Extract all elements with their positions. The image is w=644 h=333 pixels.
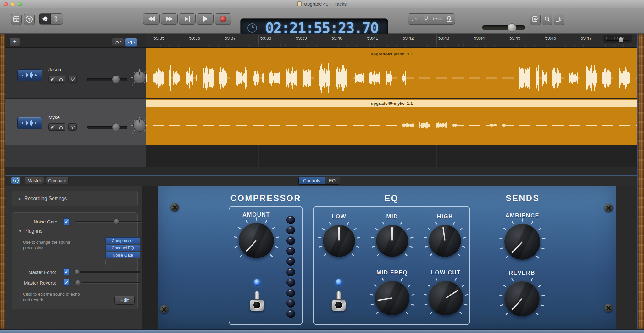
tab-controls[interactable]: Controls bbox=[299, 177, 325, 184]
track-name[interactable]: Myke bbox=[48, 115, 60, 120]
track-header-myke[interactable]: Myke L R bbox=[5, 99, 146, 145]
zoom-window-button[interactable] bbox=[18, 2, 22, 6]
grid-line bbox=[436, 145, 437, 167]
timeline-ruler[interactable]: 59:3559:3659:3759:3859:3959:4059:4159:42… bbox=[146, 34, 637, 48]
mid-knob[interactable] bbox=[376, 225, 408, 257]
track-volume-thumb[interactable] bbox=[112, 123, 120, 131]
plugin-empty-slot[interactable] bbox=[105, 259, 140, 265]
go-to-end-button[interactable] bbox=[179, 13, 196, 25]
ambience-knob[interactable] bbox=[504, 224, 540, 260]
solo-button[interactable] bbox=[57, 123, 65, 131]
rewind-button[interactable] bbox=[143, 13, 160, 25]
track-volume-slider[interactable] bbox=[87, 78, 127, 81]
recording-settings-box[interactable]: ▶ Recording Settings bbox=[12, 191, 138, 206]
minimize-window-button[interactable] bbox=[11, 2, 15, 6]
cycle-button[interactable] bbox=[408, 14, 420, 24]
tuning-fork-icon bbox=[423, 15, 429, 22]
mute-button[interactable] bbox=[48, 123, 57, 131]
tab-eq[interactable]: EQ bbox=[325, 177, 340, 184]
record-icon bbox=[220, 16, 226, 22]
ruler-label: 59:45 bbox=[509, 36, 520, 41]
grid-line bbox=[152, 145, 152, 167]
panel-resize-band bbox=[5, 167, 637, 175]
forward-button[interactable] bbox=[161, 13, 178, 25]
noise-gate-slider[interactable] bbox=[75, 221, 143, 222]
mid-freq-pointer bbox=[377, 297, 392, 301]
ambience-pointer bbox=[511, 241, 523, 254]
ruler-label: 59:47 bbox=[580, 36, 591, 41]
quick-help-button[interactable]: ? bbox=[24, 14, 35, 25]
smart-controls-button[interactable] bbox=[39, 14, 51, 24]
loop-browser-button[interactable] bbox=[542, 14, 552, 25]
automation-button[interactable] bbox=[112, 38, 124, 47]
master-volume-slider[interactable] bbox=[482, 25, 525, 30]
track-volume-slider[interactable] bbox=[87, 126, 127, 129]
zoom-slider[interactable] bbox=[603, 35, 632, 43]
plugin-noise-gate[interactable]: Noise Gate bbox=[105, 252, 140, 258]
pan-knob[interactable] bbox=[133, 119, 146, 132]
master-reverb-slider[interactable] bbox=[74, 282, 140, 283]
track-volume-thumb[interactable] bbox=[112, 75, 120, 83]
solo-button[interactable] bbox=[57, 76, 65, 83]
reverb-knob[interactable] bbox=[504, 281, 540, 316]
audio-region-jason[interactable]: upgrade49-jason_1.1 bbox=[146, 48, 637, 98]
pan-knob[interactable] bbox=[133, 71, 146, 84]
record-button[interactable] bbox=[215, 13, 231, 25]
amount-label: AMOUNT bbox=[242, 212, 270, 218]
low-cut-knob[interactable] bbox=[429, 281, 463, 315]
session-toggles-group: 1234 bbox=[408, 13, 455, 25]
plugins-box: Noise Gate: ✓ ▼ Plug-ins Use to change t… bbox=[12, 212, 138, 309]
master-echo-slider-thumb[interactable] bbox=[74, 269, 80, 275]
master-reverb-slider-thumb[interactable] bbox=[75, 280, 81, 285]
close-window-button[interactable] bbox=[4, 2, 8, 6]
add-track-button[interactable]: + bbox=[9, 38, 20, 46]
track-name[interactable]: Jason bbox=[48, 67, 61, 72]
master-button[interactable]: Master bbox=[25, 177, 44, 184]
compressor-toggle-switch[interactable] bbox=[250, 291, 264, 311]
grid-line bbox=[294, 145, 294, 167]
master-reverb-checkbox[interactable]: ✓ bbox=[63, 279, 70, 286]
audio-region-myke[interactable]: upgrade49-myke_1.1 bbox=[146, 99, 637, 145]
metronome-button[interactable] bbox=[443, 14, 455, 24]
noise-gate-checkbox[interactable]: ✓ bbox=[63, 218, 70, 225]
high-knob[interactable] bbox=[429, 225, 461, 257]
smart-controls-tabs: Controls EQ bbox=[298, 177, 340, 185]
play-icon bbox=[203, 15, 208, 22]
noise-gate-label: Noise Gate: bbox=[34, 219, 58, 224]
low-knob[interactable] bbox=[323, 225, 355, 257]
master-echo-slider[interactable] bbox=[74, 271, 140, 273]
edit-button[interactable]: Edit bbox=[114, 296, 135, 305]
panel-right-gutter bbox=[616, 186, 637, 329]
media-browser-button[interactable]: ♪ bbox=[554, 14, 564, 25]
input-monitoring-button[interactable] bbox=[68, 76, 77, 83]
region-name: upgrade49-myke_1.1 bbox=[146, 101, 637, 106]
amount-knob[interactable] bbox=[239, 223, 274, 258]
catch-playhead-button[interactable] bbox=[125, 38, 137, 47]
time-display-mode-icon[interactable] bbox=[247, 23, 257, 33]
count-in-button[interactable]: 1234 bbox=[431, 14, 443, 24]
input-monitoring-button[interactable] bbox=[68, 123, 77, 131]
smart-controls-inspector: ▶ Recording Settings Noise Gate: ✓ ▼ Plu… bbox=[5, 186, 142, 329]
screw-icon bbox=[160, 305, 169, 313]
play-button[interactable] bbox=[197, 13, 214, 25]
library-button[interactable] bbox=[11, 14, 22, 25]
screw-icon bbox=[604, 304, 613, 312]
plugin-compressor[interactable]: Compressor bbox=[105, 237, 140, 244]
eq-toggle-switch[interactable] bbox=[331, 291, 346, 311]
note-pad-button[interactable] bbox=[530, 14, 541, 25]
track-header-jason[interactable]: Jason L R bbox=[5, 48, 146, 98]
master-volume-thumb[interactable] bbox=[508, 23, 516, 32]
compare-button[interactable]: Compare bbox=[46, 177, 69, 184]
mid-freq-knob[interactable] bbox=[375, 281, 409, 315]
inspector-button[interactable]: i bbox=[11, 177, 20, 184]
mute-button[interactable] bbox=[48, 76, 57, 83]
master-echo-checkbox[interactable]: ✓ bbox=[63, 268, 70, 275]
timeline-empty-area[interactable] bbox=[146, 145, 637, 167]
disclosure-collapsed-icon[interactable]: ▶ bbox=[19, 197, 21, 201]
disclosure-expanded-icon[interactable]: ▼ bbox=[19, 229, 22, 233]
plugin-channel-eq[interactable]: Channel EQ bbox=[105, 245, 140, 251]
noise-gate-slider-thumb[interactable] bbox=[114, 219, 119, 224]
low-label: LOW bbox=[332, 213, 347, 220]
editors-button[interactable] bbox=[51, 14, 63, 24]
tuner-button[interactable] bbox=[420, 14, 431, 24]
